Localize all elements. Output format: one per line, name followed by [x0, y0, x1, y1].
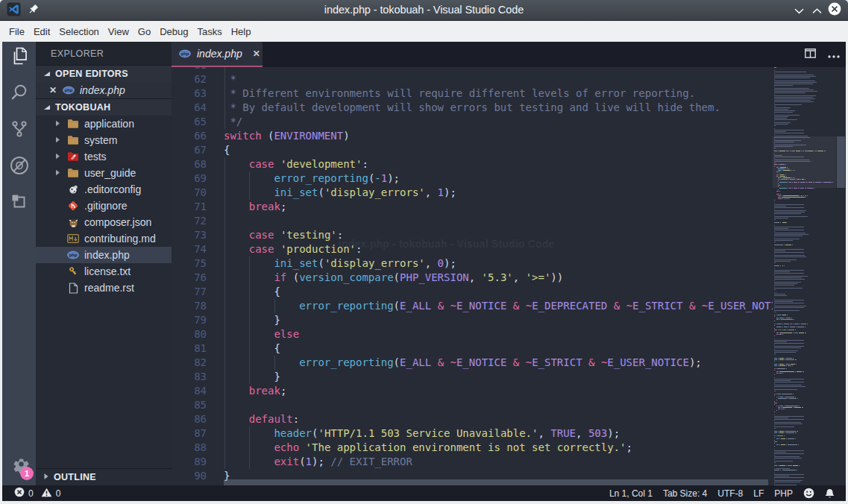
tree-item-contributing.md[interactable]: contributing.md [36, 230, 172, 247]
menu-file[interactable]: File [4, 22, 29, 42]
code-line-65: 65 */ [172, 115, 773, 129]
tree-item-user_guide[interactable]: user_guide [36, 165, 172, 181]
composer-icon [67, 216, 79, 228]
php-icon: php [67, 249, 79, 261]
line-number: 71 [172, 200, 207, 214]
tree-item-label: tests [84, 151, 107, 163]
markdown-icon [67, 233, 79, 245]
menu-help[interactable]: Help [227, 22, 256, 42]
php-icon: php [63, 84, 75, 96]
error-icon[interactable] [14, 487, 25, 500]
tree-item-.editorconfig[interactable]: .editorconfig [36, 181, 172, 198]
status-tab-size[interactable]: Tab Size: 4 [663, 488, 707, 499]
menu-tasks[interactable]: Tasks [192, 22, 226, 42]
close-editor-icon[interactable]: ✕ [48, 85, 58, 95]
status-eol[interactable]: LF [753, 488, 764, 499]
code-line-77: 77 { [172, 285, 773, 299]
bell-icon[interactable] [825, 488, 835, 499]
status-encoding[interactable]: UTF-8 [717, 488, 743, 499]
outline-section-header[interactable]: OUTLINE [36, 469, 172, 485]
smiley-icon[interactable] [803, 488, 814, 499]
activity-explorer[interactable] [2, 40, 36, 75]
status-cursor-position[interactable]: Ln 1, Col 1 [609, 488, 653, 499]
tree-item-label: index.php [84, 249, 130, 261]
menu-debug[interactable]: Debug [155, 22, 192, 42]
folder-icon [67, 167, 79, 179]
activity-extensions[interactable] [2, 186, 36, 221]
tree-item-system[interactable]: system [36, 132, 172, 148]
error-count[interactable]: 0 [28, 488, 34, 499]
close-tab-icon[interactable]: ✕ [253, 48, 260, 59]
line-number: 78 [172, 299, 207, 313]
tab-index-php[interactable]: php index.php ✕ [172, 42, 263, 67]
close-button[interactable] [826, 0, 844, 21]
maximize-button[interactable] [808, 0, 826, 21]
line-number: 87 [172, 426, 207, 441]
open-editor-label: index.php [80, 84, 125, 96]
chevron-up-icon [812, 4, 822, 17]
line-number: 75 [172, 256, 207, 271]
tree-item-.gitignore[interactable]: .gitignore [36, 198, 172, 214]
code-line-84: 84 break; [172, 384, 773, 398]
project-section-header[interactable]: TOKOBUAH [36, 99, 172, 116]
title-bar[interactable]: index.php - tokobuah - Visual Studio Cod… [0, 0, 848, 21]
minimize-button[interactable] [790, 0, 808, 21]
code-line-78: 78 error_reporting(E_ALL & ~E_NOTICE & ~… [172, 299, 773, 313]
minimap-slider[interactable] [773, 136, 836, 188]
extensions-icon [10, 192, 29, 215]
code-line-82: 82 error_reporting(E_ALL & ~E_NOTICE & ~… [172, 356, 773, 370]
tree-item-license.txt[interactable]: license.txt [36, 263, 172, 280]
open-editors-section-header[interactable]: OPEN EDITORS [36, 66, 172, 82]
code-line-79: 79 } [172, 313, 773, 327]
split-editor-icon[interactable] [805, 48, 816, 61]
horizontal-scrollbar-slider[interactable] [224, 479, 768, 485]
tree-item-composer.json[interactable]: composer.json [36, 214, 172, 230]
vertical-scrollbar-slider[interactable] [837, 136, 845, 188]
tree-item-readme.rst[interactable]: readme.rst [36, 280, 172, 296]
settings-badge: 1 [20, 467, 34, 480]
tree-item-label: contributing.md [84, 233, 156, 245]
activity-debug[interactable] [2, 149, 36, 185]
line-number: 77 [172, 285, 207, 299]
warning-count[interactable]: 0 [56, 488, 61, 499]
code-line-86: 86 default: [172, 412, 773, 426]
tree-item-label: license.txt [84, 265, 131, 277]
line-number: 64 [172, 101, 207, 115]
menu-edit[interactable]: Edit [29, 22, 54, 42]
line-number: 62 [172, 72, 207, 86]
warning-icon[interactable] [41, 488, 52, 500]
line-number: 74 [172, 242, 207, 256]
workbench: 1 EXPLORER OPEN EDITORS ✕phpindex.php TO… [0, 42, 848, 504]
line-number: 70 [172, 186, 207, 200]
line-number: 81 [172, 341, 207, 356]
code-line-62: 62 * [172, 72, 773, 86]
tree-item-tests[interactable]: tests [36, 148, 172, 165]
line-number: 86 [172, 412, 207, 426]
menu-go[interactable]: Go [134, 22, 155, 42]
tree-item-index.php[interactable]: phpindex.php [36, 247, 172, 263]
activity-search[interactable] [2, 76, 36, 112]
line-number: 68 [172, 157, 207, 171]
line-number: 63 [172, 86, 207, 101]
open-editor-index.php[interactable]: ✕phpindex.php [36, 82, 172, 98]
tree-item-label: .editorconfig [84, 183, 141, 195]
outline-label: OUTLINE [54, 472, 96, 482]
code-line-70: 70 ini_set('display_errors', 1); [172, 186, 773, 200]
activity-source-control[interactable] [2, 113, 36, 148]
tree-item-application[interactable]: application [36, 116, 172, 132]
minimap[interactable] [773, 67, 836, 485]
more-actions-icon[interactable] [828, 48, 840, 61]
code-editor[interactable]: 61 *------------------------------------… [172, 67, 846, 485]
menu-bar: FileEditSelectionViewGoDebugTasksHelp [0, 22, 848, 42]
line-number: 82 [172, 356, 207, 370]
menu-view[interactable]: View [104, 22, 134, 42]
svg-text:php: php [69, 253, 78, 257]
line-number: 69 [172, 171, 207, 186]
code-line-87: 87 header('HTTP/1.1 503 Service Unavaila… [172, 426, 773, 441]
code-line-85: 85 [172, 398, 773, 412]
code-line-61: 61 *------------------------------------… [172, 67, 773, 72]
php-icon: php [179, 48, 191, 60]
menu-selection[interactable]: Selection [54, 22, 103, 42]
status-language-mode[interactable]: PHP [774, 488, 793, 499]
vertical-scrollbar[interactable] [836, 67, 846, 485]
